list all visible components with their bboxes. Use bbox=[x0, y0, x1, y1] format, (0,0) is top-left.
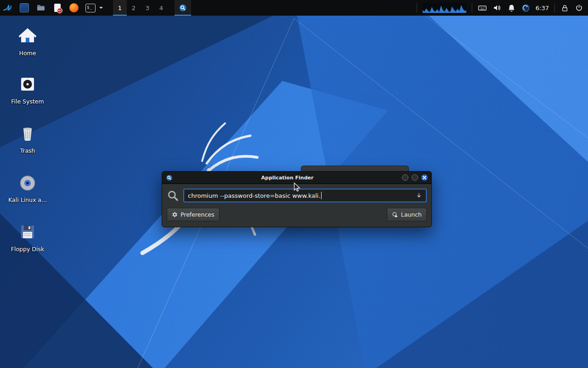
search-row: chromium --password-store=basic www.kali… bbox=[167, 189, 427, 202]
window-title: Application Finder bbox=[173, 175, 402, 181]
command-input-value: chromium --password-store=basic www.kali… bbox=[188, 192, 321, 199]
workspace-2[interactable]: 2 bbox=[127, 0, 141, 16]
text-caret bbox=[321, 192, 322, 199]
application-finder-icon bbox=[166, 174, 173, 181]
desktop-icon-label: File System bbox=[11, 98, 44, 105]
maximize-button[interactable] bbox=[412, 174, 418, 181]
folder-icon bbox=[36, 3, 45, 12]
desktop-icon-home[interactable]: Home bbox=[4, 24, 51, 57]
desktop-icon-file-system[interactable]: File System bbox=[4, 72, 51, 105]
desktop-icon-trash[interactable]: Trash bbox=[4, 121, 51, 154]
home-icon bbox=[17, 24, 38, 46]
clock[interactable]: 6:37 bbox=[536, 5, 549, 12]
workspace-switcher: 1 2 3 4 bbox=[113, 0, 168, 16]
close-icon bbox=[423, 176, 426, 179]
desktop-screen: Home File System Trash bbox=[0, 0, 588, 368]
tray-separator bbox=[417, 3, 417, 12]
applications-menu-button[interactable] bbox=[0, 0, 16, 16]
task-application-finder[interactable] bbox=[175, 0, 191, 16]
button-row: Preferences Launch bbox=[167, 208, 427, 221]
system-tray: 6:37 bbox=[417, 0, 588, 16]
lock-icon[interactable] bbox=[560, 4, 569, 12]
kali-logo-icon bbox=[2, 2, 13, 13]
logout-power-icon[interactable] bbox=[575, 4, 583, 12]
desktop-icon-label: Floppy Disk bbox=[11, 246, 44, 253]
file-system-icon bbox=[17, 72, 38, 94]
top-panel: $_ 1 2 3 4 bbox=[0, 0, 588, 16]
cpu-graph[interactable] bbox=[423, 3, 466, 13]
application-finder-window: Application Finder chromium --password- bbox=[162, 171, 432, 227]
window-controls bbox=[402, 174, 428, 181]
terminal-icon: $_ bbox=[85, 4, 96, 12]
history-dropdown-icon[interactable] bbox=[416, 192, 422, 199]
file-manager-icon bbox=[20, 3, 29, 12]
terminal-menu-caret-icon[interactable] bbox=[99, 7, 103, 9]
document-icon bbox=[54, 4, 61, 12]
launcher-group: $_ bbox=[19, 3, 103, 13]
application-finder-task-icon bbox=[179, 4, 187, 12]
tray-status-icon[interactable] bbox=[521, 4, 530, 12]
desktop-icon-label: Kali Linux a... bbox=[8, 196, 47, 203]
keyboard-icon[interactable] bbox=[478, 3, 487, 12]
launcher-firefox[interactable] bbox=[69, 3, 79, 13]
finder-body: chromium --password-store=basic www.kali… bbox=[162, 184, 431, 227]
firefox-icon bbox=[69, 3, 79, 12]
cdrom-icon bbox=[17, 171, 38, 193]
deny-badge-icon bbox=[57, 8, 62, 13]
volume-icon[interactable] bbox=[492, 3, 502, 12]
desktop-icon-kali-cd[interactable]: Kali Linux a... bbox=[4, 171, 51, 203]
trash-icon bbox=[17, 121, 38, 144]
desktop-icon-label: Trash bbox=[20, 147, 35, 154]
launch-icon bbox=[392, 212, 398, 218]
workspace-3[interactable]: 3 bbox=[141, 0, 154, 16]
close-button[interactable] bbox=[421, 174, 428, 181]
launcher-text-editor[interactable] bbox=[52, 3, 62, 13]
launcher-folder[interactable] bbox=[36, 3, 46, 13]
tray-separator bbox=[554, 3, 555, 12]
preferences-button[interactable]: Preferences bbox=[167, 208, 220, 221]
launcher-terminal[interactable]: $_ bbox=[85, 3, 96, 13]
search-icon bbox=[167, 190, 179, 202]
launch-button[interactable]: Launch bbox=[387, 208, 427, 221]
desktop-icon-label: Home bbox=[19, 50, 36, 57]
launch-label: Launch bbox=[401, 211, 422, 218]
workspace-1[interactable]: 1 bbox=[113, 0, 127, 16]
minimize-button[interactable] bbox=[402, 174, 408, 181]
launcher-file-manager[interactable] bbox=[19, 3, 29, 13]
gear-icon bbox=[172, 212, 178, 218]
command-input[interactable]: chromium --password-store=basic www.kali… bbox=[183, 189, 427, 202]
floppy-icon bbox=[17, 220, 38, 242]
window-task-list bbox=[175, 0, 191, 16]
desktop-icon-floppy[interactable]: Floppy Disk bbox=[4, 220, 51, 253]
preferences-label: Preferences bbox=[181, 211, 215, 218]
workspace-4[interactable]: 4 bbox=[154, 0, 168, 16]
titlebar[interactable]: Application Finder bbox=[162, 172, 431, 184]
tray-separator bbox=[472, 3, 472, 12]
notifications-bell-icon[interactable] bbox=[507, 4, 516, 12]
